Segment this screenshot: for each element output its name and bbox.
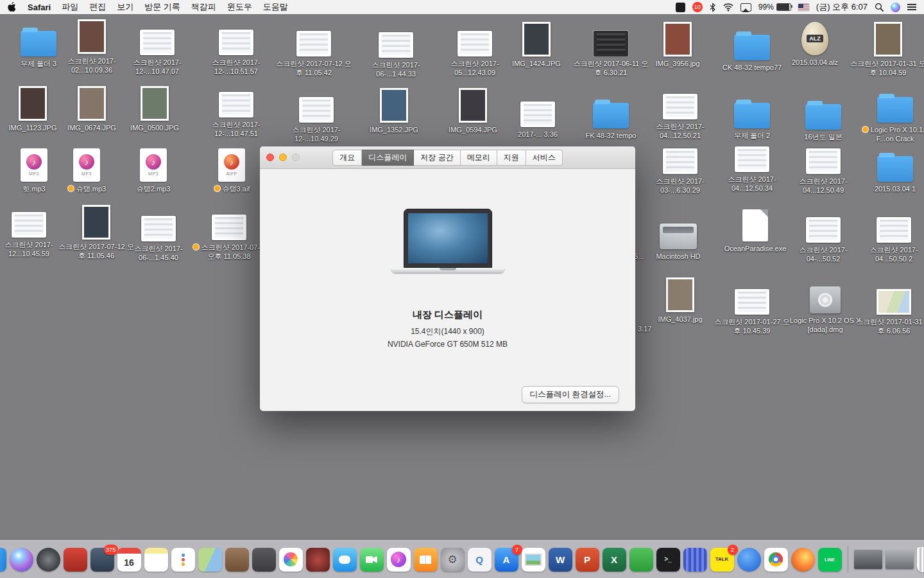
dock-quicktime-icon[interactable]: Q (468, 548, 492, 572)
close-button[interactable] (266, 153, 274, 161)
desktop-icon[interactable]: 스크린샷 2017-07-12 오후 11.05.42 (275, 19, 352, 78)
desktop-icon[interactable]: 스크린샷 2017-04...50.50 2 (855, 206, 924, 264)
desktop-icon[interactable]: 스크린샷 2017-01-31 오후 10.04.59 (850, 19, 924, 78)
us-flag-input-source-icon[interactable] (798, 4, 809, 11)
dock-firefox-icon[interactable] (791, 548, 815, 572)
desktop-icon[interactable]: IMG_4037.jpg (642, 275, 719, 324)
battery-indicator[interactable]: 99% (758, 3, 791, 12)
desktop-icon[interactable]: IMG_0500.JPG (116, 83, 193, 132)
dock-messages-icon[interactable] (333, 548, 357, 572)
line-status-icon[interactable] (676, 3, 685, 12)
dock-preview-app-icon[interactable] (522, 548, 545, 572)
dock-photos-icon[interactable] (279, 548, 303, 572)
desktop-icon[interactable]: 스크린샷 2017-04...12.50.21 (642, 82, 719, 141)
desktop-icon[interactable]: 스크린샷 2017-06-11 오후 6.30.21 (572, 19, 649, 78)
desktop-icon[interactable]: 무제 폴더 2 (714, 91, 791, 140)
desktop-icon[interactable]: 스크린샷 2017-07-... 오후 11.05.38 (191, 203, 268, 261)
dock-calendar-icon[interactable]: 16 (117, 548, 141, 572)
desktop-icon[interactable]: ♪MP3슈탱.mp3 (48, 144, 125, 193)
dock-brown-app-icon[interactable] (225, 548, 249, 572)
desktop-icon[interactable]: Logic Pro X 10.2 OS X [dada].dmg (787, 276, 864, 335)
desktop-icon[interactable]: 16년도 일본 (785, 92, 862, 141)
dock-itunes-icon[interactable]: ♪ (387, 548, 411, 572)
dock-photo-library-app-icon[interactable]: 375 (90, 548, 114, 572)
menu-편집[interactable]: 편집 (89, 1, 106, 13)
desktop-icon[interactable]: 스크린샷 2017-04-...50.52 (785, 206, 862, 264)
desktop-icon[interactable]: IMG_3956.jpg (639, 19, 716, 68)
display-mirroring-icon[interactable] (740, 3, 751, 12)
dock-gray-app-icon[interactable] (252, 548, 276, 572)
wifi-icon[interactable] (723, 3, 733, 12)
kakaotalk-status-icon[interactable]: 10 (692, 2, 703, 12)
tab-개요[interactable]: 개요 (332, 150, 362, 166)
desktop-icon[interactable]: 스크린샷 2017-04...12.50.34 (714, 135, 791, 193)
desktop-icon[interactable]: 2017-... 3.36 (499, 90, 576, 139)
desktop-icon[interactable]: 스크린샷 2017-06-...1.45.40 (120, 204, 197, 263)
tab-저장 공간[interactable]: 저장 공간 (414, 150, 460, 166)
desktop-icon[interactable]: IMG_1352.JPG (355, 85, 432, 134)
desktop-icon[interactable]: Logic Pro X 10.1.1 F...on Crack (857, 85, 924, 144)
desktop-icon[interactable]: 스크린샷 2017-01-27 오후 10.45.39 (714, 277, 791, 336)
desktop-icon[interactable]: 스크린샷 2017-12-...10.51.57 (198, 18, 275, 76)
menu-파일[interactable]: 파일 (62, 1, 78, 13)
desktop-icon[interactable]: 2015.03.04 1 (857, 144, 924, 193)
apple-menu-icon[interactable] (8, 2, 17, 12)
desktop-icon[interactable]: 스크린샷 2017-12-...10.47.07 (119, 18, 196, 76)
desktop-icon[interactable]: FK 48-32 tempo (572, 91, 649, 140)
dock-trash-icon[interactable] (917, 547, 924, 572)
dock-line-icon[interactable]: LINE (818, 548, 842, 572)
bluetooth-icon[interactable] (710, 3, 716, 12)
dock-terminal-icon[interactable]: >_ (656, 548, 680, 572)
tab-지원[interactable]: 지원 (497, 150, 526, 166)
dock-launchpad-icon[interactable] (37, 548, 60, 572)
desktop-icon[interactable]: 스크린샷 2017-04...12.50.49 (785, 137, 862, 195)
dock-minimized-window-1-icon[interactable] (854, 550, 882, 569)
menu-윈도우[interactable]: 윈도우 (227, 1, 252, 13)
tab-디스플레이[interactable]: 디스플레이 (362, 150, 414, 166)
window-titlebar[interactable]: 개요디스플레이저장 공간메모리지원서비스 (260, 146, 635, 169)
spotlight-icon[interactable] (875, 3, 884, 12)
dock-system-preferences-icon[interactable]: ⚙ (441, 548, 465, 572)
desktop-icon[interactable]: 스크린샷 2017-01-31 오후 6.06.56 (855, 277, 924, 336)
menu-bar-clock[interactable]: (금) 오후 6:07 (816, 1, 868, 13)
display-preferences-button[interactable]: 디스플레이 환경설정... (522, 386, 619, 403)
dock-notes-icon[interactable] (144, 548, 168, 572)
dock-minimized-window-2-icon[interactable] (886, 550, 914, 569)
desktop-icon[interactable]: 스크린샷 2017-12-...10.49.29 (278, 85, 355, 144)
dock-ibooks-icon[interactable] (414, 548, 438, 572)
dock-finder-icon[interactable] (0, 548, 6, 572)
menu-도움말[interactable]: 도움말 (263, 1, 288, 13)
desktop-icon[interactable]: OceanParadise.exe (717, 204, 794, 253)
dock-siri-icon[interactable] (10, 548, 33, 572)
desktop-icon[interactable]: 스크린샷 2017-03-...6.30.29 (642, 137, 719, 195)
dock-chrome-icon[interactable] (764, 548, 788, 572)
active-app-name[interactable]: Safari (28, 3, 51, 12)
desktop-icon[interactable]: ALZ2015.03.04.alz (776, 18, 853, 67)
menu-방문 기록[interactable]: 방문 기록 (144, 1, 180, 13)
dock-excel-icon[interactable]: X (603, 548, 626, 572)
dock-reminders-icon[interactable] (171, 548, 195, 572)
menu-보기[interactable]: 보기 (117, 1, 133, 13)
dock-green-app-icon[interactable] (629, 548, 653, 572)
dock-word-icon[interactable]: W (549, 548, 572, 572)
notification-center-icon[interactable] (907, 4, 916, 10)
dock-photo-booth-icon[interactable] (306, 548, 330, 572)
dock-powerpoint-icon[interactable]: P (576, 548, 599, 572)
desktop-icon[interactable]: ♪MP3슈탱2.mp3 (115, 144, 192, 193)
tab-서비스[interactable]: 서비스 (526, 150, 563, 166)
desktop-icon[interactable]: Macintosh HD (640, 212, 717, 261)
minimize-button[interactable] (279, 153, 287, 161)
desktop-icon[interactable]: 스크린샷 2017-12-...10.47.51 (198, 80, 275, 139)
dock-app-store-icon[interactable]: A7 (495, 548, 518, 572)
dock-facetime-icon[interactable] (360, 548, 384, 572)
dock-maps-icon[interactable] (198, 548, 222, 572)
dock-red-grid-app-icon[interactable] (64, 548, 87, 572)
siri-icon[interactable] (891, 3, 900, 12)
dock-stripes-app-icon[interactable] (683, 548, 707, 572)
tab-메모리[interactable]: 메모리 (461, 150, 497, 166)
dock-kakaotalk-icon[interactable]: TALK2 (710, 548, 734, 572)
dock-compass-app-icon[interactable] (737, 548, 761, 572)
desktop-icon[interactable]: ♪AIFF슈탱3.aif (193, 144, 270, 193)
desktop-icon[interactable]: 스크린샷 2017-06-...1.44.33 (357, 21, 434, 79)
desktop-icon[interactable]: IMG_1424.JPG (498, 19, 575, 68)
